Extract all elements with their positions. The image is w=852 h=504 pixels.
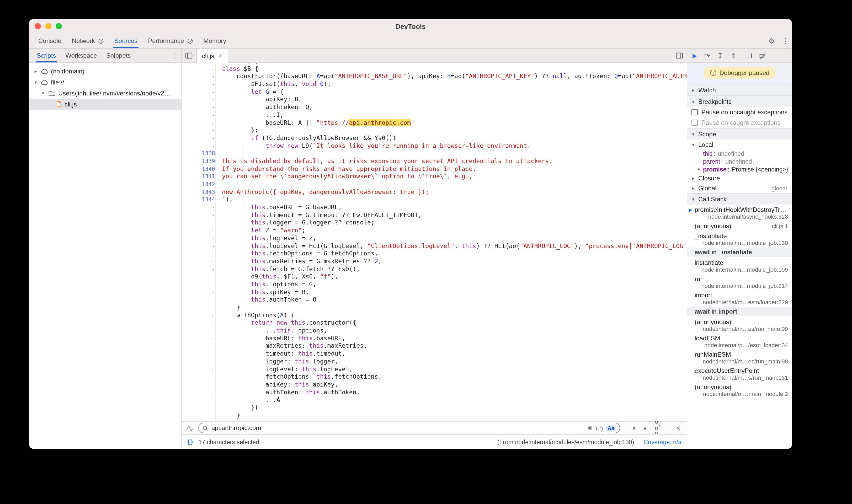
code-line[interactable]: - authToken: this.authToken, — [181, 388, 687, 396]
line-number[interactable]: - — [181, 296, 220, 304]
code-line[interactable]: - let Z = "warn"; — [181, 227, 687, 234]
replace-toggle-icon[interactable]: AB — [186, 425, 194, 431]
code-line[interactable]: 1338 — [181, 150, 687, 157]
line-number[interactable]: - — [181, 63, 220, 65]
code-line[interactable]: 1341you can set the \`dangerouslyAllowBr… — [181, 173, 687, 180]
code-line[interactable]: - this.authToken = Q — [181, 296, 687, 304]
code-line[interactable]: -class $B { — [181, 65, 687, 72]
callstack-frame[interactable]: _instantiatenode:internal/m…module_job:1… — [687, 231, 792, 247]
toolbar-tab-sources[interactable]: Sources — [109, 34, 143, 48]
code-line[interactable]: - } — [181, 411, 687, 419]
line-number[interactable]: - — [181, 381, 220, 388]
line-number[interactable]: 1344 — [181, 196, 220, 203]
close-window-button[interactable] — [35, 23, 41, 29]
code-line[interactable]: - constructor({baseURL: A=ao("ANTHROPIC_… — [181, 73, 687, 80]
code-line[interactable]: - this.logLevel = Z, — [181, 234, 687, 242]
line-number[interactable]: - — [181, 365, 220, 373]
chevron-right-icon[interactable]: ▸ — [697, 167, 702, 172]
line-number[interactable]: 1343 — [181, 188, 220, 196]
line-number[interactable]: - — [181, 134, 220, 142]
code-line[interactable]: - }) — [181, 404, 687, 411]
resume-icon[interactable]: ▶ — [693, 52, 697, 59]
checkbox[interactable] — [691, 120, 698, 126]
search-input[interactable] — [211, 424, 584, 432]
callstack-frame[interactable]: instantiatenode:internal/m…module_job:10… — [687, 257, 792, 274]
editor-tab-clijs[interactable]: cli.js × — [196, 49, 228, 63]
line-number[interactable]: - — [181, 311, 220, 319]
code-line[interactable]: - this.fetch = G.fetch ?? Fs0(), — [181, 265, 687, 273]
line-number[interactable]: - — [181, 319, 220, 327]
code-line[interactable]: - apiKey: B, — [181, 96, 687, 103]
deactivate-breakpoints-icon[interactable] — [759, 52, 766, 59]
step-over-icon[interactable]: ↷ — [704, 52, 710, 59]
line-number[interactable]: - — [181, 80, 220, 88]
code-line[interactable]: - ...A — [181, 396, 687, 404]
code-line[interactable]: - ...I, — [181, 111, 687, 119]
line-number[interactable]: - — [181, 358, 220, 365]
code-line[interactable]: - withOptions(A) { — [181, 311, 687, 319]
toolbar-tab-memory[interactable]: Memory — [198, 34, 232, 48]
callstack-frame[interactable]: executeUserEntryPointnode:internal/m…s/r… — [687, 365, 792, 382]
line-number[interactable]: - — [181, 411, 220, 419]
chevron-down-icon[interactable]: ▾ — [33, 79, 38, 85]
callstack-frame[interactable]: (anonymous)cli.js:1 — [687, 221, 792, 231]
line-number[interactable]: - — [181, 65, 220, 72]
navigator-tab-scripts[interactable]: Scripts — [32, 49, 60, 62]
line-number[interactable]: - — [181, 327, 220, 334]
breakpoint-option-label[interactable]: Pause on caught exceptions — [702, 119, 781, 126]
breakpoint-option-label[interactable]: Pause on uncaught exceptions — [702, 109, 787, 116]
code-line[interactable]: - this.apiKey = B, — [181, 288, 687, 296]
code-line[interactable]: - maxRetries: this.maxRetries, — [181, 342, 687, 350]
line-number[interactable]: - — [181, 257, 220, 265]
settings-gear-icon[interactable]: ⚙ — [765, 34, 779, 48]
code-line[interactable]: - let G = { — [181, 88, 687, 96]
callstack-frame[interactable]: (anonymous)node:internal/m…main_module:2 — [687, 382, 792, 398]
checkbox[interactable] — [691, 109, 698, 115]
code-line[interactable]: - timeout: this.timeout, — [181, 350, 687, 357]
line-number[interactable]: - — [181, 350, 220, 357]
code-line[interactable]: - return new this.constructor({ — [181, 319, 687, 327]
line-number[interactable]: - — [181, 119, 220, 126]
toggle-debugger-icon[interactable] — [672, 49, 687, 62]
breakpoint-option[interactable]: Pause on uncaught exceptions — [687, 107, 792, 118]
line-number[interactable]: - — [181, 265, 220, 273]
toolbar-tab-performance[interactable]: Performance — [143, 34, 198, 48]
code-line[interactable]: - this.logLevel = Hc1(G.logLevel, "Clien… — [181, 242, 687, 250]
chevron-right-icon[interactable]: ▸ — [33, 69, 38, 74]
line-number[interactable]: - — [181, 342, 220, 350]
line-number[interactable]: - — [181, 227, 220, 234]
coverage-link[interactable]: Coverage: n/a — [644, 439, 682, 445]
close-tab-icon[interactable]: × — [218, 52, 223, 60]
callstack-section-header[interactable]: ▾Call Stack — [687, 193, 792, 204]
step-icon[interactable]: → — [743, 52, 751, 59]
zoom-window-button[interactable] — [56, 23, 62, 29]
code-line[interactable]: - baseURL: this.baseURL, — [181, 335, 687, 342]
toolbar-tab-console[interactable]: Console — [33, 34, 67, 48]
line-number[interactable]: - — [181, 203, 220, 211]
scope-group-global[interactable]: ▸Globalglobal — [687, 183, 792, 193]
line-number[interactable]: - — [181, 288, 220, 296]
code-line[interactable]: - fetchOptions: this.fetchOptions, — [181, 373, 687, 380]
code-line[interactable]: - this.timeout = G.timeout ?? Lw.DEFAULT… — [181, 211, 687, 219]
line-number[interactable]: - — [181, 396, 220, 404]
code-line[interactable]: - logger: this.logger, — [181, 358, 687, 365]
regex-toggle[interactable]: (.*) — [596, 425, 603, 431]
line-number[interactable]: - — [181, 388, 220, 396]
code-line[interactable]: - if (!G.dangerouslyAllowBrowser && Ys0(… — [181, 134, 687, 142]
line-number[interactable]: 1340 — [181, 165, 220, 173]
line-number[interactable]: - — [181, 242, 220, 250]
line-number[interactable]: 1342 — [181, 180, 220, 188]
search-input-container[interactable]: ⊗ (.*) Aa — [198, 423, 620, 433]
kebab-menu-icon[interactable]: ⋮ — [779, 34, 792, 48]
callstack-frame[interactable]: loadESMnode:internal/p…/esm_loader:34 — [687, 333, 792, 349]
code-line[interactable]: - baseURL: A || "https://api.anthropic.c… — [181, 119, 687, 126]
tree-item[interactable]: ▸(no domain) — [29, 66, 181, 76]
watch-section-header[interactable]: ▸Watch — [687, 84, 792, 95]
scope-group-closure[interactable]: ▸Closure — [687, 173, 792, 183]
code-line[interactable]: - logLevel: this.logLevel, — [181, 365, 687, 373]
callstack-frame[interactable]: importnode:internal/m…esm/loader:329 — [687, 290, 792, 306]
code-line[interactable]: - o9(this, $F1, Xs0, "f"), — [181, 273, 687, 281]
code-line[interactable]: 1342 — [181, 180, 687, 188]
line-number[interactable]: - — [181, 404, 220, 411]
line-number[interactable]: - — [181, 88, 220, 96]
